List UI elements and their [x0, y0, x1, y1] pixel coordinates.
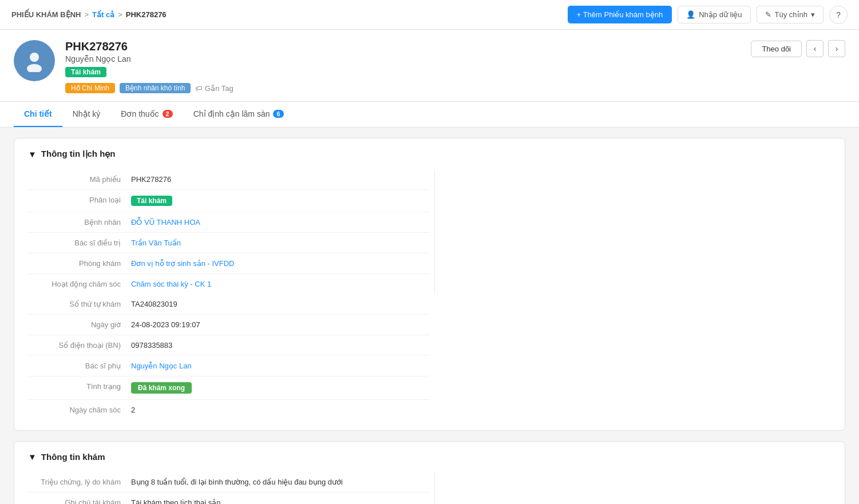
svg-point-0	[30, 53, 39, 62]
svg-point-1	[27, 64, 42, 72]
hoat-dong-link[interactable]: Chăm sóc thai kỳ - CK 1	[131, 280, 211, 288]
tag-patient-type: Bệnh nhân khó tính	[120, 83, 191, 93]
bac-si-link[interactable]: Trần Văn Tuấn	[131, 239, 181, 247]
divider-kham-vertical	[434, 472, 435, 504]
tabs-bar: Chi tiết Nhật ký Đơn thuốc 2 Chỉ định cậ…	[0, 102, 859, 128]
customize-button[interactable]: ✎ Tùy chỉnh ▾	[757, 6, 824, 23]
row-phong-kham: Phòng khám Đơn vị hỗ trợ sinh sản - IVFD…	[28, 253, 430, 274]
theo-doi-button[interactable]: Theo dõi	[751, 41, 802, 57]
label-so-thu-tu: Số thứ tự khám	[28, 300, 131, 308]
row-trieu-chung: Triệu chứng, lý do khám Bụng 8 tuần tuổi…	[28, 472, 430, 493]
customize-label: Tùy chỉnh	[775, 10, 807, 19]
row-sdt-bn: Số điện thoại (BN) 0978335883	[28, 335, 430, 356]
kham-grid: Triệu chứng, lý do khám Bụng 8 tuần tuổi…	[28, 472, 831, 504]
value-ngay-gio: 24-08-2023 09:19:07	[131, 320, 200, 329]
import-icon: 👤	[686, 10, 695, 19]
topbar: PHIẾU KHÁM BỆNH > Tất cả > PHK278276 + T…	[0, 0, 859, 30]
label-ghi-chu: Ghi chú tái khám	[28, 498, 131, 504]
patient-name: Nguyễn Ngọc Lan	[65, 54, 233, 64]
row-tinh-trang: Tình trạng Đã khám xong	[28, 376, 430, 400]
tab-nhat-ky[interactable]: Nhật ký	[62, 102, 111, 127]
patient-header: PHK278276 Nguyễn Ngọc Lan Tái khám Hồ Ch…	[0, 30, 859, 102]
patient-tags: Hồ Chí Minh Bệnh nhân khó tính 🏷 Gắn Tag	[65, 83, 233, 93]
prev-arrow-button[interactable]: ‹	[806, 40, 824, 57]
value-sdt-bn: 0978335883	[131, 341, 172, 350]
lich-hen-grid: Mã phiếu PHK278276 Phân loại Tái khám Bệ…	[28, 169, 831, 420]
patient-id: PHK278276	[65, 40, 233, 53]
topbar-actions: + Thêm Phiếu khám bệnh 👤 Nhập dữ liệu ✎ …	[568, 6, 848, 24]
divider-vertical	[434, 169, 435, 294]
row-so-thu-tu: Số thứ tự khám TA240823019	[28, 294, 430, 315]
breadcrumb-title: PHIẾU KHÁM BỆNH	[11, 10, 81, 19]
section-kham-collapse-icon: ▼	[28, 452, 37, 462]
customize-icon: ✎	[765, 10, 771, 19]
section-collapse-icon: ▼	[28, 149, 37, 159]
phong-kham-link[interactable]: Đơn vị hỗ trợ sinh sản - IVFDD	[131, 259, 234, 268]
section-lich-hen-title[interactable]: ▼ Thông tin lịch hẹn	[28, 149, 831, 159]
lich-hen-left: Mã phiếu PHK278276 Phân loại Tái khám Bệ…	[28, 169, 430, 294]
value-ma-phieu: PHK278276	[131, 175, 171, 184]
tinh-trang-badge: Đã khám xong	[131, 382, 192, 394]
row-ngay-gio: Ngày giờ 24-08-2023 09:19:07	[28, 315, 430, 335]
value-trieu-chung: Bụng 8 tuần tuổi, đi lại bình thường, có…	[131, 478, 343, 486]
patient-info-left: PHK278276 Nguyễn Ngọc Lan Tái khám Hồ Ch…	[14, 40, 233, 93]
breadcrumb-all[interactable]: Tất cả	[92, 10, 114, 19]
label-phong-kham: Phòng khám	[28, 259, 131, 268]
main-content: ▼ Thông tin lịch hẹn Mã phiếu PHK278276 …	[0, 128, 859, 504]
row-ghi-chu: Ghi chú tái khám Tái khám theo lịch thai…	[28, 493, 430, 504]
row-benh-nhan: Bệnh nhân ĐỖ VŨ THANH HOA	[28, 212, 430, 233]
bac-si-phu-link[interactable]: Nguyễn Ngọc Lan	[131, 362, 192, 370]
help-button[interactable]: ?	[829, 6, 848, 24]
breadcrumb-sep1: >	[84, 10, 89, 19]
avatar	[14, 40, 55, 81]
value-so-thu-tu: TA240823019	[131, 300, 177, 308]
section-kham-title[interactable]: ▼ Thông tin khám	[28, 452, 831, 462]
value-bac-si-phu[interactable]: Nguyễn Ngọc Lan	[131, 362, 192, 370]
tab-chi-tiet-label: Chi tiết	[24, 109, 52, 118]
patient-status-badge: Tái khám	[65, 67, 106, 77]
value-benh-nhan[interactable]: ĐỖ VŨ THANH HOA	[131, 218, 200, 227]
value-ngay-cham-soc: 2	[131, 406, 135, 414]
tab-chi-dinh-badge: 6	[273, 110, 283, 118]
label-ngay-gio: Ngày giờ	[28, 320, 131, 329]
value-tinh-trang: Đã khám xong	[131, 382, 192, 394]
row-bac-si-dieu-tri: Bác sĩ điều trị Trần Văn Tuấn	[28, 233, 430, 253]
section-kham-label: Thông tin khám	[41, 452, 105, 462]
phan-loai-badge: Tái khám	[131, 196, 172, 206]
row-ngay-cham-soc: Ngày chăm sóc 2	[28, 400, 430, 420]
tab-nhat-ky-label: Nhật ký	[73, 109, 101, 118]
label-trieu-chung: Triệu chứng, lý do khám	[28, 478, 131, 486]
add-phieu-button[interactable]: + Thêm Phiếu khám bệnh	[568, 6, 672, 23]
gan-tag-button[interactable]: 🏷 Gắn Tag	[195, 84, 233, 93]
tab-chi-tiet[interactable]: Chi tiết	[14, 102, 62, 127]
value-phan-loai: Tái khám	[131, 196, 172, 206]
import-data-button[interactable]: 👤 Nhập dữ liệu	[678, 6, 750, 23]
label-phan-loai: Phân loại	[28, 196, 131, 204]
benh-nhan-link[interactable]: ĐỖ VŨ THANH HOA	[131, 218, 200, 227]
kham-left: Triệu chứng, lý do khám Bụng 8 tuần tuổi…	[28, 472, 430, 504]
label-benh-nhan: Bệnh nhân	[28, 218, 131, 227]
label-ma-phieu: Mã phiếu	[28, 175, 131, 184]
label-ngay-cham-soc: Ngày chăm sóc	[28, 406, 131, 414]
value-hoat-dong[interactable]: Chăm sóc thai kỳ - CK 1	[131, 280, 211, 288]
tag-location: Hồ Chí Minh	[65, 83, 115, 93]
breadcrumb: PHIẾU KHÁM BỆNH > Tất cả > PHK278276	[11, 10, 167, 19]
tab-chi-dinh[interactable]: Chỉ định cận lâm sàn 6	[183, 102, 294, 127]
row-hoat-dong: Hoạt động chăm sóc Chăm sóc thai kỳ - CK…	[28, 274, 430, 294]
row-bac-si-phu: Bác sĩ phụ Nguyễn Ngọc Lan	[28, 356, 430, 376]
patient-header-right: Theo dõi ‹ ›	[751, 40, 845, 57]
label-bac-si-phu: Bác sĩ phụ	[28, 362, 131, 370]
value-ghi-chu: Tái khám theo lịch thai sản	[131, 498, 221, 504]
section-kham: ▼ Thông tin khám Triệu chứng, lý do khám…	[14, 441, 845, 504]
chevron-down-icon: ▾	[811, 10, 815, 19]
tab-don-thuoc-label: Đơn thuốc	[121, 109, 159, 118]
next-arrow-button[interactable]: ›	[828, 40, 845, 57]
breadcrumb-current: PHK278276	[126, 10, 167, 19]
section-lich-hen: ▼ Thông tin lịch hẹn Mã phiếu PHK278276 …	[14, 138, 845, 431]
breadcrumb-sep2: >	[118, 10, 122, 19]
tab-don-thuoc[interactable]: Đơn thuốc 2	[110, 102, 183, 127]
value-bac-si-dieu-tri[interactable]: Trần Văn Tuấn	[131, 239, 181, 247]
value-phong-kham[interactable]: Đơn vị hỗ trợ sinh sản - IVFDD	[131, 259, 234, 268]
row-ma-phieu: Mã phiếu PHK278276	[28, 169, 430, 190]
label-bac-si-dieu-tri: Bác sĩ điều trị	[28, 239, 131, 247]
